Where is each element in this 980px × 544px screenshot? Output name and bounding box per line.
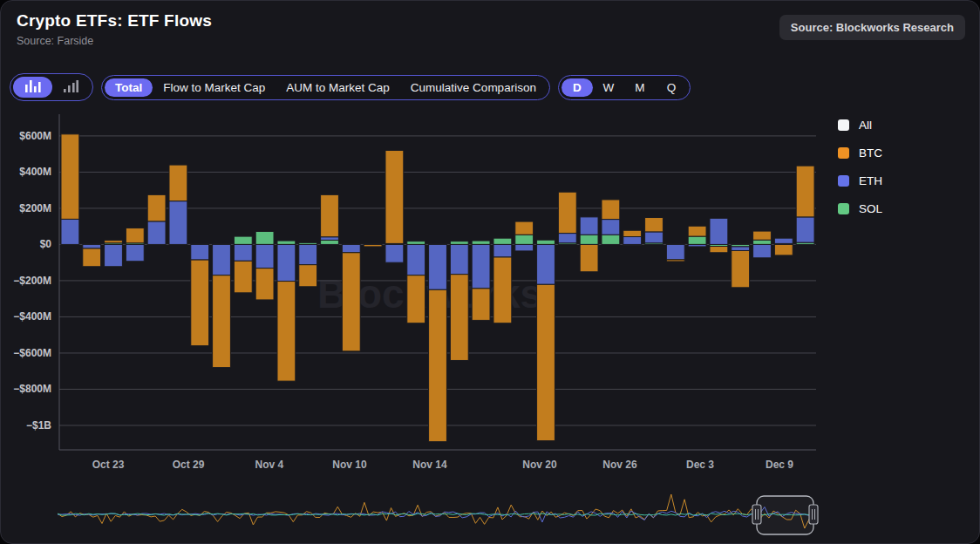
bar-segment-sol-nov-20[interactable] bbox=[537, 240, 555, 244]
svg-text:Nov 26: Nov 26 bbox=[602, 459, 637, 471]
bar-segment-btc-nov-4[interactable] bbox=[277, 282, 296, 382]
bar-segment-btc-nov-25[interactable] bbox=[602, 200, 620, 220]
bar-segment-btc-dec-5[interactable] bbox=[753, 231, 772, 240]
bar-segment-btc-nov-13[interactable] bbox=[429, 289, 447, 441]
svg-text:−$400M: −$400M bbox=[13, 310, 51, 323]
bar-segment-eth-nov-21[interactable] bbox=[558, 234, 576, 243]
bar-segment-eth-nov-11[interactable] bbox=[385, 244, 404, 262]
bar-segment-btc-oct-21[interactable] bbox=[61, 134, 79, 220]
navigator-handle-left[interactable] bbox=[752, 505, 761, 524]
bar-segment-eth-dec-2[interactable] bbox=[688, 244, 706, 246]
bar-segment-eth-oct-29[interactable] bbox=[191, 244, 209, 260]
bar-segment-btc-nov-26[interactable] bbox=[623, 230, 642, 236]
bar-segment-btc-nov-19[interactable] bbox=[515, 221, 534, 235]
bar-segment-btc-nov-29[interactable] bbox=[666, 260, 684, 262]
svg-text:Dec 9: Dec 9 bbox=[766, 459, 793, 471]
bar-segment-eth-dec-3[interactable] bbox=[710, 218, 728, 244]
bar-segment-btc-dec-3[interactable] bbox=[710, 247, 728, 253]
bar-segment-btc-nov-15[interactable] bbox=[472, 289, 490, 321]
navigator-window[interactable] bbox=[757, 496, 813, 534]
bar-segment-eth-oct-28[interactable] bbox=[169, 201, 187, 245]
bar-segment-btc-nov-11[interactable] bbox=[385, 151, 404, 244]
bar-segment-btc-oct-24[interactable] bbox=[126, 228, 144, 243]
svg-text:−$800M: −$800M bbox=[13, 383, 51, 395]
bar-segment-sol-nov-18[interactable] bbox=[493, 238, 512, 244]
bar-segment-sol-nov-19[interactable] bbox=[515, 235, 534, 244]
bar-segment-eth-oct-23[interactable] bbox=[105, 244, 123, 266]
bar-segment-eth-oct-31[interactable] bbox=[234, 244, 252, 261]
svg-text:−$1B: −$1B bbox=[26, 419, 51, 432]
bar-segment-btc-nov-20[interactable] bbox=[537, 284, 555, 440]
bar-segment-eth-dec-9[interactable] bbox=[796, 217, 814, 242]
bar-segment-sol-nov-4[interactable] bbox=[277, 241, 296, 244]
navigator bbox=[58, 494, 818, 534]
bar-segment-btc-oct-29[interactable] bbox=[191, 260, 209, 346]
bar-segment-eth-oct-22[interactable] bbox=[83, 244, 101, 248]
bar-segment-btc-nov-22[interactable] bbox=[580, 244, 598, 271]
svg-text:Oct 23: Oct 23 bbox=[92, 459, 125, 471]
bar-segment-sol-nov-22[interactable] bbox=[580, 235, 598, 244]
bar-segment-btc-nov-1[interactable] bbox=[255, 269, 274, 300]
bar-segment-btc-nov-8[interactable] bbox=[364, 244, 382, 246]
bar-segment-eth-nov-19[interactable] bbox=[515, 244, 534, 250]
svg-text:$400M: $400M bbox=[19, 166, 51, 178]
bar-segment-eth-oct-30[interactable] bbox=[213, 244, 231, 275]
bar-segment-btc-oct-31[interactable] bbox=[234, 261, 252, 293]
bar-segment-btc-nov-6[interactable] bbox=[321, 194, 339, 236]
bar-segment-btc-oct-25[interactable] bbox=[147, 194, 166, 221]
bar-segment-btc-nov-14[interactable] bbox=[450, 275, 468, 361]
bar-segment-eth-oct-25[interactable] bbox=[147, 221, 166, 245]
bar-segment-eth-nov-5[interactable] bbox=[299, 244, 317, 264]
bar-segment-sol-dec-2[interactable] bbox=[688, 236, 706, 244]
bar-segment-btc-dec-6[interactable] bbox=[774, 244, 793, 255]
bar-segment-eth-nov-29[interactable] bbox=[666, 244, 684, 259]
bar-segment-sol-nov-12[interactable] bbox=[407, 241, 425, 245]
bar-segment-eth-nov-14[interactable] bbox=[450, 244, 468, 274]
bar-segment-btc-nov-7[interactable] bbox=[342, 253, 360, 351]
bar-segment-btc-nov-18[interactable] bbox=[493, 257, 512, 323]
bar-segment-btc-oct-30[interactable] bbox=[213, 275, 231, 368]
bar-segment-eth-nov-4[interactable] bbox=[277, 244, 296, 281]
bar-segment-eth-nov-15[interactable] bbox=[472, 244, 490, 288]
bar-segment-btc-nov-27[interactable] bbox=[645, 218, 664, 232]
bar-segment-sol-nov-25[interactable] bbox=[602, 235, 620, 244]
bar-segment-eth-nov-22[interactable] bbox=[580, 217, 598, 235]
bar-segment-eth-nov-18[interactable] bbox=[493, 244, 512, 257]
bar-segment-btc-nov-5[interactable] bbox=[299, 265, 317, 287]
svg-text:Nov 4: Nov 4 bbox=[255, 459, 284, 471]
bar-segment-eth-dec-5[interactable] bbox=[753, 244, 772, 257]
bar-segment-eth-nov-20[interactable] bbox=[537, 244, 555, 284]
bar-segment-eth-nov-27[interactable] bbox=[645, 232, 664, 243]
bar-segment-eth-nov-26[interactable] bbox=[623, 237, 642, 245]
bar-segment-btc-oct-22[interactable] bbox=[83, 248, 101, 267]
bar-segment-btc-dec-9[interactable] bbox=[796, 166, 814, 217]
bar-segment-btc-oct-23[interactable] bbox=[105, 241, 123, 243]
bar-segment-sol-nov-6[interactable] bbox=[321, 240, 339, 244]
bar-segment-btc-dec-4[interactable] bbox=[732, 250, 750, 287]
bar-segment-sol-nov-1[interactable] bbox=[255, 231, 274, 244]
bar-segment-eth-oct-24[interactable] bbox=[126, 244, 144, 261]
bar-segment-eth-nov-12[interactable] bbox=[407, 244, 425, 275]
bar-segment-eth-nov-7[interactable] bbox=[342, 244, 360, 252]
bar-segment-btc-nov-21[interactable] bbox=[558, 192, 576, 233]
bar-segment-eth-nov-6[interactable] bbox=[321, 237, 339, 241]
bar-segment-btc-oct-28[interactable] bbox=[169, 165, 187, 201]
svg-text:$600M: $600M bbox=[19, 130, 51, 142]
bar-segment-sol-oct-31[interactable] bbox=[234, 236, 252, 244]
bar-segment-eth-dec-6[interactable] bbox=[774, 238, 793, 243]
bar-segment-eth-oct-21[interactable] bbox=[61, 219, 79, 244]
bar-segment-eth-dec-4[interactable] bbox=[732, 247, 750, 251]
bar-segment-eth-nov-25[interactable] bbox=[602, 220, 620, 235]
bar-segment-btc-nov-12[interactable] bbox=[407, 275, 425, 323]
bar-segment-sol-dec-5[interactable] bbox=[753, 240, 772, 244]
bar-segment-sol-nov-15[interactable] bbox=[472, 241, 490, 244]
svg-text:Dec 3: Dec 3 bbox=[686, 459, 714, 471]
navigator-handle-right[interactable] bbox=[809, 505, 818, 524]
bar-segment-btc-dec-2[interactable] bbox=[688, 226, 706, 236]
bar-segment-eth-nov-1[interactable] bbox=[255, 244, 274, 268]
svg-text:$200M: $200M bbox=[19, 202, 51, 214]
bar-segment-eth-nov-13[interactable] bbox=[429, 244, 447, 289]
bar-segment-sol-nov-14[interactable] bbox=[450, 241, 468, 245]
svg-text:Oct 29: Oct 29 bbox=[173, 459, 205, 471]
svg-text:−$600M: −$600M bbox=[13, 347, 51, 359]
